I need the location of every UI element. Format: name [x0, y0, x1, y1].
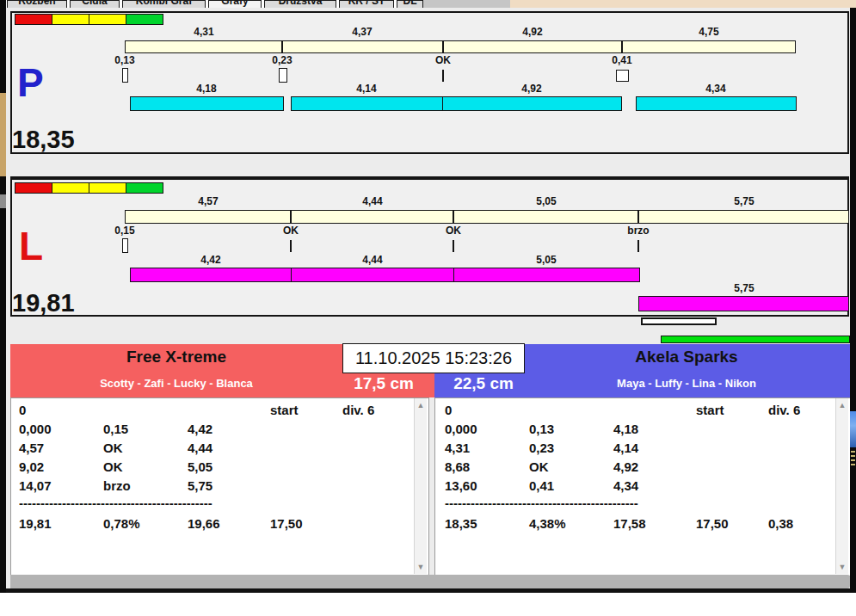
table-total-cell: 0,78%: [103, 516, 140, 531]
split-time-bar: [125, 210, 849, 224]
split-time-label: 4,37: [328, 26, 397, 38]
pending-marker-rect: [641, 317, 717, 325]
table-cell: 4,42: [188, 422, 212, 436]
lane-p-total-time: 18,35: [12, 126, 75, 154]
table-total-cell: 4,38%: [529, 516, 566, 531]
lane-p-letter: P: [17, 64, 44, 102]
tab-druzstva[interactable]: Družstva: [264, 0, 336, 8]
table-cell: 0,41: [529, 478, 554, 493]
table-cell: start: [270, 403, 299, 417]
window-bottom-border: [6, 588, 850, 593]
split-time-label: 5,05: [512, 195, 581, 207]
crossing-marker: [279, 68, 287, 83]
tab-kombi-graf[interactable]: Kombi Graf: [122, 0, 206, 8]
tab-kr-st[interactable]: KR / ST: [339, 0, 394, 8]
dog-time-bar: [636, 96, 797, 111]
dog-time-label: 5,05: [512, 254, 581, 266]
crossing-marker: [616, 70, 629, 82]
split-tick: [281, 40, 283, 53]
table-total-cell: 17,58: [613, 516, 646, 531]
tab-grafy[interactable]: Grafy: [208, 0, 262, 8]
crossing-label: 0,15: [90, 225, 159, 237]
split-tick: [290, 210, 292, 224]
legend-green-box: [126, 14, 163, 25]
tab-label: KR / ST: [340, 0, 393, 7]
split-time-label: 4,31: [169, 26, 238, 38]
table-total-cell: 19,66: [188, 516, 220, 531]
table-cell: 0,000: [445, 422, 477, 436]
tab-dl[interactable]: DL: [397, 0, 423, 8]
crossing-label: OK: [256, 225, 325, 237]
crossing-label: 0,23: [248, 54, 317, 66]
table-cell: 4,18: [613, 422, 638, 436]
jump-height-right: 22,5 cm: [439, 374, 528, 393]
table-cell: 4,34: [613, 478, 638, 493]
scroll-up-icon[interactable]: ▲: [836, 399, 848, 411]
split-time-label: 4,92: [498, 26, 567, 38]
table-cell: 0,15: [103, 422, 128, 436]
table-cell: OK: [103, 459, 123, 474]
legend-yellow-box: [52, 182, 89, 194]
running-bar: [661, 336, 850, 343]
legend-yellow-box: [89, 14, 126, 25]
dog-time-label: 5,75: [710, 282, 779, 294]
background-window-strip: [510, 0, 856, 8]
dog-time-bar: [291, 96, 443, 111]
left-edge-strip: [0, 0, 6, 593]
legend-red-box: [15, 14, 52, 25]
results-table-right[interactable]: [434, 397, 852, 576]
scroll-up-icon[interactable]: ▲: [415, 399, 427, 411]
team-left-dogs: Scotty - Zafi - Lucky - Blanca: [10, 377, 342, 390]
scroll-down-icon[interactable]: ▼: [836, 561, 848, 573]
table-cell: 0,23: [529, 440, 554, 455]
table-separator: ----------------------------------------…: [445, 496, 679, 511]
dog-time-bar: [291, 268, 454, 282]
scroll-down-icon[interactable]: ▼: [415, 561, 427, 573]
table-cell: OK: [529, 459, 549, 474]
table-total-cell: 17,50: [696, 516, 729, 531]
bottom-status-bar: [10, 575, 850, 588]
crossing-marker: [637, 240, 639, 252]
table-total-cell: 18,35: [445, 516, 477, 531]
tab-rozbeh[interactable]: Rozběh: [7, 0, 67, 8]
legend-red-box: [15, 182, 52, 194]
team-left-name: Free X-treme: [10, 348, 342, 367]
crossing-marker: [122, 68, 128, 83]
tab-cidla[interactable]: Čidla: [70, 0, 120, 8]
legend-yellow-box: [89, 182, 126, 194]
table-cell: 4,57: [19, 440, 44, 455]
split-time-label: 4,57: [174, 195, 243, 207]
scrollbar-left-table[interactable]: ▲ ▼: [414, 398, 427, 574]
split-tick: [637, 210, 639, 224]
desktop-icon-label-fragment: [851, 451, 855, 468]
tab-label: Čidla: [71, 0, 119, 7]
right-edge-strip: [850, 8, 856, 593]
split-tick: [442, 40, 444, 53]
desktop-icon-fragment: [850, 411, 856, 447]
table-cell: 0: [445, 403, 452, 417]
tab-label: Grafy: [209, 0, 261, 7]
table-cell: 4,44: [188, 440, 212, 455]
table-cell: 4,14: [613, 440, 638, 455]
table-separator: ----------------------------------------…: [19, 496, 253, 511]
dog-time-label: 4,14: [332, 83, 401, 95]
team-right-name: Akela Sparks: [523, 348, 850, 367]
table-cell: 14,07: [19, 478, 52, 493]
dog-time-bar-overflow: [638, 296, 849, 311]
crossing-label: OK: [419, 225, 488, 237]
lane-l-total-time: 19,81: [12, 289, 75, 317]
lane-l-letter: L: [19, 227, 43, 265]
table-cell: 4,92: [613, 459, 638, 474]
table-cell: div. 6: [342, 403, 374, 417]
table-cell: 4,31: [445, 440, 470, 455]
results-table-left[interactable]: [10, 397, 429, 576]
taskbar-gap: [423, 0, 510, 8]
dog-time-label: 4,44: [338, 254, 407, 266]
team-right-dogs: Maya - Luffy - Lina - Nikon: [523, 377, 850, 390]
legend-green-box: [126, 182, 163, 194]
crossing-label: 0,41: [588, 54, 656, 66]
table-total-cell: 0,38: [768, 516, 793, 531]
crossing-label: OK: [409, 54, 477, 66]
scrollbar-right-table[interactable]: ▲ ▼: [835, 398, 848, 574]
tab-label: DL: [397, 0, 422, 7]
